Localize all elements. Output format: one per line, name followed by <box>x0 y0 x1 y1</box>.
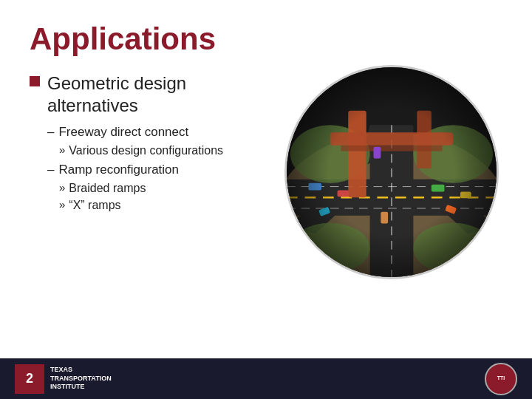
image-area <box>281 65 502 279</box>
intersection-image <box>284 65 499 279</box>
svg-point-27 <box>287 67 497 277</box>
main-bullet-text: Geometric design alternatives <box>47 72 273 117</box>
chevron-icon: » <box>59 143 65 156</box>
sub-list: – Freeway direct connect » Various desig… <box>47 124 273 214</box>
tti-line3: Institute <box>50 383 112 392</box>
slide: Applications Geometric design alternativ… <box>0 0 532 399</box>
bullet-square-icon <box>30 76 40 86</box>
list-item: » Braided ramps <box>59 181 273 197</box>
dash-icon: – <box>47 163 54 177</box>
dash-icon: – <box>47 125 54 140</box>
sub-sub-text: “X” ramps <box>69 198 120 214</box>
tti-logo: 2 Texas Transportation Institute <box>15 364 112 394</box>
text-content: Geometric design alternatives – Freeway … <box>30 72 281 216</box>
sub-item-text: Ramp reconfiguration <box>58 162 179 178</box>
university-badge: TTI <box>485 363 517 395</box>
sub-sub-list: » Various design configurations <box>59 143 273 159</box>
sub-sub-list: » Braided ramps » “X” ramps <box>59 181 273 214</box>
main-bullet: Geometric design alternatives <box>30 72 273 117</box>
chevron-icon: » <box>59 181 65 194</box>
list-item: – Ramp reconfiguration <box>47 162 273 178</box>
tti-line2: Transportation <box>50 375 112 383</box>
tti-number: 2 <box>26 371 33 386</box>
sub-sub-text: Various design configurations <box>69 143 223 159</box>
footer-bar: 2 Texas Transportation Institute TTI <box>0 358 532 399</box>
list-item: » “X” ramps <box>59 198 273 214</box>
chevron-icon: » <box>59 198 65 211</box>
list-item: – Freeway direct connect <box>47 124 273 140</box>
slide-title: Applications <box>30 22 502 56</box>
badge-text: TTI <box>497 375 505 381</box>
tti-line1: Texas <box>50 366 112 375</box>
tti-logo-box: 2 <box>15 364 44 394</box>
list-item: » Various design configurations <box>59 143 273 159</box>
content-area: Geometric design alternatives – Freeway … <box>30 72 502 279</box>
sub-sub-text: Braided ramps <box>69 181 146 197</box>
tti-text: Texas Transportation Institute <box>50 366 112 392</box>
sub-item-text: Freeway direct connect <box>58 124 188 140</box>
